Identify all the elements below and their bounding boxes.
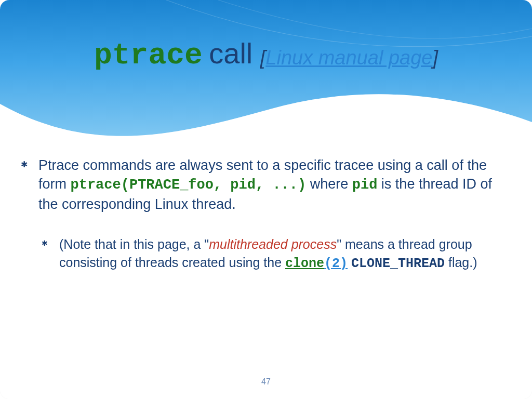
slide-title: ptrace call [Linux manual page] [0, 36, 532, 72]
body-text [348, 255, 351, 270]
clone-link[interactable]: clone(2) [285, 256, 348, 271]
clone-link-name: clone [285, 256, 324, 271]
slide-body: Ptrace commands are always sent to a spe… [21, 156, 511, 273]
bracket-close: ] [432, 47, 438, 69]
manual-page-link[interactable]: Linux manual page [265, 47, 432, 69]
bullet-level-1: Ptrace commands are always sent to a spe… [21, 156, 511, 214]
body-text: where [306, 176, 352, 192]
inline-code-clone-thread: CLONE_THREAD [351, 256, 445, 271]
title-code: ptrace [94, 38, 203, 72]
bullet-level-2: (Note that in this page, a "multithreade… [42, 235, 511, 273]
slide: ptrace call [Linux manual page] Ptrace c… [0, 0, 532, 399]
bracket-open: [ [260, 47, 266, 69]
title-subtitle: [Linux manual page] [260, 47, 438, 69]
body-text: flag.) [445, 255, 477, 270]
emphasis-multithreaded: multithreaded process [209, 237, 337, 251]
title-word: call [209, 37, 252, 70]
page-number: 47 [0, 377, 532, 387]
inline-code-pid: pid [352, 177, 378, 193]
header-wave-bg [0, 0, 532, 156]
clone-link-section: (2) [324, 256, 348, 271]
inline-code-ptrace-call: ptrace(PTRACE_foo, pid, ...) [71, 177, 307, 193]
body-text: (Note that in this page, a " [59, 237, 209, 251]
